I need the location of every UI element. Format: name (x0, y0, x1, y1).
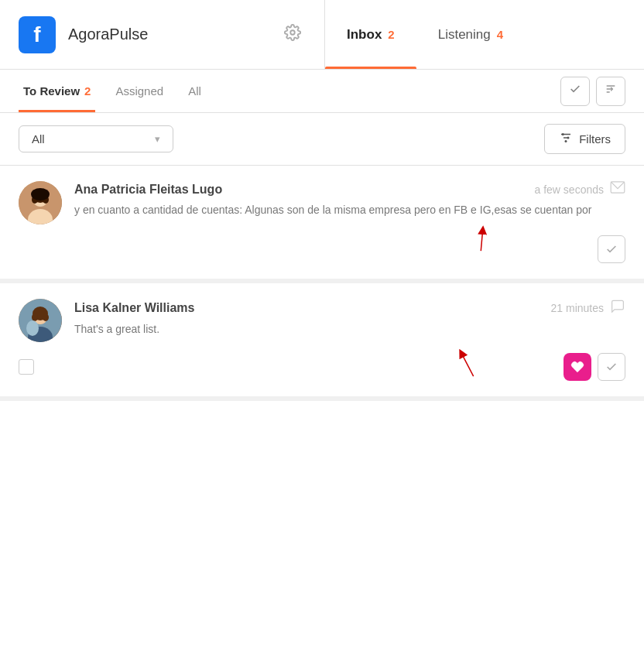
app-name: AgoraPulse (68, 26, 267, 43)
tab-listening[interactable]: Listening 4 (416, 0, 525, 69)
filter-select-value: All (32, 132, 45, 146)
header-left: f AgoraPulse (0, 0, 325, 69)
sort-icon (605, 83, 617, 99)
heart-button-2[interactable] (564, 353, 591, 381)
filters-button[interactable]: Filters (544, 124, 625, 154)
svg-point-8 (567, 137, 570, 139)
checkbox-2[interactable] (19, 359, 34, 375)
sub-tab-all[interactable]: All (183, 70, 206, 112)
svg-point-7 (562, 133, 564, 135)
message-card-1: Ana Patricia Fleitas Lugo a few seconds (0, 166, 644, 283)
svg-point-16 (31, 188, 50, 200)
sender-name-1: Ana Patricia Fleitas Lugo (74, 183, 222, 197)
assigned-label: Assigned (115, 84, 163, 98)
card-actions-2 (564, 353, 625, 381)
sub-tab-to-review[interactable]: To Review 2 (19, 70, 95, 112)
to-review-label: To Review (23, 84, 80, 98)
message-meta-2: Lisa Kalner Williams 21 minutes (74, 299, 625, 317)
gear-button[interactable] (279, 19, 306, 50)
gear-icon (284, 26, 301, 45)
time-area-2: 21 minutes (551, 299, 625, 317)
card-footer-2 (19, 353, 625, 381)
message-preview-2: That's a great list. (74, 321, 625, 337)
filter-row: All ▾ Filters (0, 113, 644, 166)
message-time-1: a few seconds (535, 183, 605, 196)
sort-button[interactable] (596, 77, 625, 106)
sub-tabs-actions (560, 77, 625, 106)
to-review-badge: 2 (84, 84, 91, 98)
filter-select[interactable]: All ▾ (19, 125, 173, 152)
svg-point-23 (43, 313, 49, 321)
sub-tabs: To Review 2 Assigned All (19, 70, 221, 112)
inbox-badge: 2 (388, 28, 394, 41)
filters-label: Filters (579, 132, 611, 146)
check-all-button[interactable] (560, 77, 590, 106)
svg-point-0 (290, 30, 295, 35)
message-header-1: Ana Patricia Fleitas Lugo a few seconds (19, 181, 625, 224)
check-button-1[interactable] (598, 235, 625, 263)
message-time-2: 21 minutes (551, 302, 604, 314)
sub-tab-assigned[interactable]: Assigned (111, 70, 168, 112)
message-card-2: Lisa Kalner Williams 21 minutes That's a… (0, 283, 644, 401)
message-content-2: Lisa Kalner Williams 21 minutes That's a… (74, 299, 625, 337)
check-all-icon (569, 83, 581, 99)
messages-list: Ana Patricia Fleitas Lugo a few seconds (0, 166, 644, 401)
all-label: All (188, 84, 201, 98)
message-header-2: Lisa Kalner Williams 21 minutes That's a… (19, 299, 625, 342)
facebook-logo: f (19, 16, 56, 53)
card-footer-1 (19, 235, 625, 263)
listening-tab-label: Listening (438, 27, 491, 43)
app-header: f AgoraPulse Inbox 2 Listening 4 (0, 0, 644, 70)
time-area-1: a few seconds (535, 181, 626, 197)
header-tabs: Inbox 2 Listening 4 (325, 0, 644, 69)
inbox-tab-label: Inbox (347, 27, 382, 43)
filters-icon (559, 131, 573, 147)
message-content-1: Ana Patricia Fleitas Lugo a few seconds (74, 181, 625, 218)
avatar-2 (19, 299, 62, 342)
svg-point-22 (32, 313, 38, 321)
check-button-2[interactable] (598, 353, 625, 381)
message-type-icon-1 (610, 181, 625, 197)
svg-point-24 (26, 320, 39, 336)
card-actions-1 (598, 235, 625, 263)
message-meta-1: Ana Patricia Fleitas Lugo a few seconds (74, 181, 625, 197)
listening-badge: 4 (497, 28, 503, 41)
message-preview-1: y en cuanto a cantidad de cuentas: Algun… (74, 202, 625, 218)
tab-inbox[interactable]: Inbox 2 (325, 0, 416, 69)
avatar-1 (19, 181, 62, 224)
chevron-down-icon: ▾ (155, 133, 160, 145)
svg-point-9 (565, 140, 567, 142)
sub-tabs-row: To Review 2 Assigned All (0, 70, 644, 113)
sender-name-2: Lisa Kalner Williams (74, 301, 194, 315)
message-type-icon-2 (610, 299, 625, 317)
